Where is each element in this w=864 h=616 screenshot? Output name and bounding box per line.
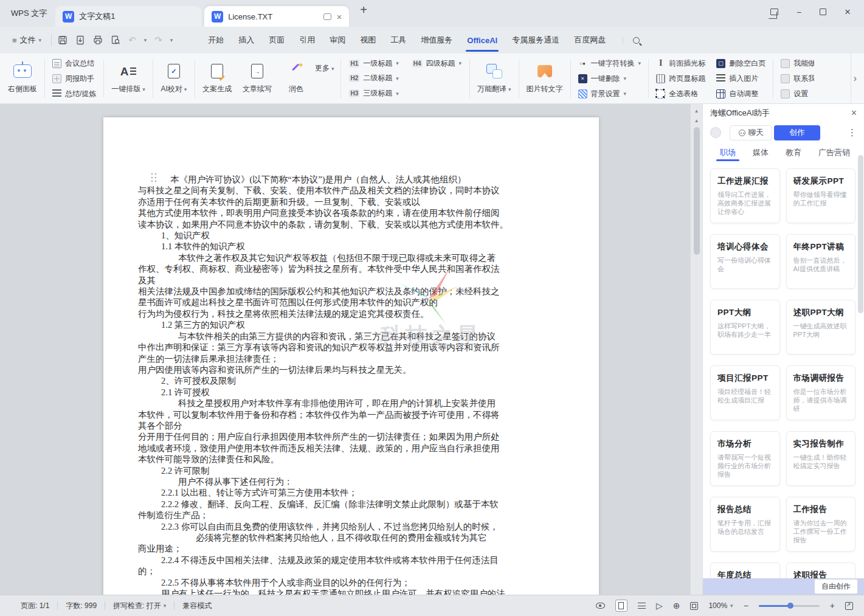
free-create-button[interactable]: 自由创作 bbox=[814, 579, 858, 594]
read-mode-icon[interactable]: ▷ bbox=[656, 601, 663, 610]
document-line[interactable]: 与本软件相关的由第三方提供的内容和资讯，第三方已在其和科技之星签订的协议 bbox=[138, 331, 575, 342]
ribbon-scroll-right-button[interactable]: › bbox=[851, 54, 862, 103]
document-line[interactable]: 其各个部分 bbox=[138, 420, 575, 431]
document-line[interactable]: 用户有上述任一行为的，科技之星有权无需通知立即终止用户许可，并有权追究用户的法 bbox=[138, 588, 575, 595]
maximize-button[interactable] bbox=[820, 9, 826, 15]
ribbon-button-自动调整[interactable]: 自动调整 bbox=[716, 89, 766, 99]
menu-item-增值服务[interactable]: 增值服务 bbox=[413, 27, 460, 54]
document-line[interactable]: 亦适用于任何有关本软件的后期更新和升级。一旦复制、下载、安装或以 bbox=[138, 196, 575, 207]
file-menu-button[interactable]: ≡ 文件 ▾ bbox=[9, 35, 45, 46]
document-line[interactable]: 产生的一切法律后果承担法律责任； bbox=[138, 353, 575, 364]
right-panel-button[interactable]: 右侧面板 bbox=[2, 54, 43, 103]
document-line[interactable]: 与科技之星之间有关复制、下载、安装、使用本软件产品及相关文档的法律协议，同时本协… bbox=[138, 185, 575, 196]
document-line[interactable]: 行为均为侵权行为，科技之星将依照相关法律法规的规定追究其侵权责任。 bbox=[138, 308, 575, 319]
undo-dropdown-icon[interactable]: ▾ bbox=[144, 37, 147, 43]
print-icon[interactable] bbox=[93, 35, 103, 45]
document-line[interactable]: 星书面许可或超出科技之星书面许可范围以任何形式使用本软件的知识产权的 bbox=[138, 297, 575, 308]
ribbon-button-背景设置[interactable]: 背景设置▾ bbox=[578, 89, 641, 99]
ai-proofread-button[interactable]: ✓ AI校对▾ bbox=[155, 54, 193, 103]
panel-scrollbar-thumb[interactable] bbox=[858, 155, 863, 313]
document-line[interactable]: 2.2.5 不得从事将本软件用于个人或非商业目的以外的任何行为； bbox=[138, 577, 575, 588]
continue-writing-button[interactable]: → 文章续写 bbox=[237, 54, 277, 103]
document-canvas[interactable]: 科技之星 本《用户许可协议》(以下简称“本协议”)是用户（自然人、法人或其他组织… bbox=[0, 104, 690, 595]
document-line[interactable]: 2、许可授权及限制 bbox=[138, 375, 575, 386]
menu-item-审阅[interactable]: 审阅 bbox=[322, 27, 353, 54]
tab-create[interactable]: 创作 bbox=[774, 125, 820, 140]
image-to-text-button[interactable]: 图片转文字 bbox=[521, 54, 569, 103]
scrollbar-thumb[interactable] bbox=[694, 127, 700, 255]
menu-item-视图[interactable]: 视图 bbox=[353, 27, 383, 54]
redo-icon[interactable]: ↷ bbox=[154, 35, 162, 46]
document-line[interactable]: 作权、专利权、商标权、商业秘密等）皆为科技之星所有。本软件受中华人民共和国著作权… bbox=[138, 263, 575, 274]
template-card-培训心得体会[interactable]: 培训心得体会写一份培训心得体会 bbox=[710, 234, 780, 289]
document-tab-license[interactable]: W License.TXT × bbox=[204, 6, 349, 27]
document-line[interactable]: 中作出声明和保证：第三方享有该等内容和资讯的知识产权等权益并对使用该等内容和资讯… bbox=[138, 342, 575, 353]
document-line[interactable]: 本《用户许可协议》(以下简称“本协议”)是用户（自然人、法人或其他组织） bbox=[138, 174, 575, 185]
document-tab-1[interactable]: W 文字文稿1 bbox=[55, 6, 201, 27]
ribbon-button-一键字符转换[interactable]: ○●一键字符转换▾ bbox=[578, 58, 641, 69]
more-button[interactable]: 更多▾ bbox=[315, 54, 339, 103]
ribbon-button-设置[interactable]: 设置 bbox=[781, 89, 809, 99]
document-line[interactable]: 商业用途； bbox=[138, 543, 575, 554]
panel-close-icon[interactable]: × bbox=[851, 108, 857, 119]
heading-style-H1[interactable]: H1一级标题▾ bbox=[349, 57, 398, 70]
menu-item-页面[interactable]: 页面 bbox=[261, 27, 292, 54]
menu-item-插入[interactable]: 插入 bbox=[231, 27, 261, 54]
category-tab-教育[interactable]: 教育 bbox=[777, 143, 810, 162]
ribbon-button-前面插光标[interactable]: I前面插光标 bbox=[656, 58, 705, 69]
heading-style-H4[interactable]: H4四级标题▾ bbox=[412, 57, 461, 70]
zoom-level[interactable]: 100%▾ bbox=[708, 601, 733, 610]
template-card-项目汇报PPT[interactable]: 项目汇报PPT项目经理福音！轻松生成项目汇报 bbox=[710, 365, 780, 420]
document-line[interactable]: 1.2 第三方的知识产权 bbox=[138, 319, 575, 330]
document-line[interactable]: 用户因使用该等内容和资讯所产生的一切法律后果均与科技之星无关。 bbox=[138, 364, 575, 375]
menu-item-OfficeAI[interactable]: OfficeAI bbox=[460, 27, 505, 54]
translate-button[interactable]: 万能翻译▾ bbox=[472, 54, 517, 103]
auto-format-button[interactable]: A 一键排版▾ bbox=[106, 54, 151, 103]
menu-item-工具[interactable]: 工具 bbox=[383, 27, 413, 54]
template-card-市场分析[interactable]: 市场分析请帮我写一个短视频行业的市场分析报告 bbox=[710, 431, 780, 486]
template-card-工作进展汇报[interactable]: 工作进展汇报领导问工作进展，高效商务汇报进展让你省心 bbox=[710, 168, 780, 223]
copy-generate-button[interactable]: 文案生成 bbox=[197, 54, 237, 103]
word-count[interactable]: 字数: 999 bbox=[66, 601, 97, 611]
web-view-icon[interactable]: ⊕ bbox=[673, 601, 680, 610]
zoom-in-button[interactable]: + bbox=[830, 601, 835, 610]
document-line[interactable]: 其他方式使用本软件，即表明用户同意接受本协议各项条款的约束，请在使用本软件前仔细… bbox=[138, 207, 575, 218]
eye-protection-icon[interactable] bbox=[596, 603, 605, 609]
ribbon-button-删除空白页[interactable]: ▢删除空白页 bbox=[716, 58, 766, 69]
document-line[interactable]: 2.2.3 你可以自由而且免费的使用该软件，并拷贝给别人，不过当您拷贝给别人的时… bbox=[138, 521, 575, 532]
scroll-page-up-icon[interactable]: ▴ bbox=[695, 117, 698, 123]
document-line[interactable]: 2.2.4 不得违反中国相关法律、法规及政策的规定使用本软件或将本软件用于任何违… bbox=[138, 555, 575, 566]
tab-close-icon[interactable]: × bbox=[336, 12, 342, 21]
document-line[interactable]: 及其 bbox=[138, 275, 575, 286]
template-card-工作报告[interactable]: 工作报告请为你过去一周的工作撰写一份工作报告 bbox=[786, 497, 856, 552]
document-text[interactable]: 本《用户许可协议》(以下简称“本协议”)是用户（自然人、法人或其他组织）与科技之… bbox=[138, 174, 575, 595]
zoom-out-button[interactable]: − bbox=[744, 601, 748, 610]
menu-item-开始[interactable]: 开始 bbox=[201, 27, 231, 54]
document-line[interactable]: 科技之星授权用户对本软件享有非排他使用许可，即在用户的计算机上安装并使用 bbox=[138, 398, 575, 409]
tab-chat[interactable]: 聊天 bbox=[730, 125, 772, 140]
document-line[interactable]: 2.2 许可限制 bbox=[138, 465, 575, 476]
ribbon-button-跨页显标题[interactable]: 跨页显标题 bbox=[656, 74, 705, 84]
fit-page-icon[interactable] bbox=[690, 602, 698, 610]
template-card-实习报告制作[interactable]: 实习报告制作一键生成！助你轻松搞定实习报告 bbox=[786, 431, 856, 486]
minimize-button[interactable]: − bbox=[797, 8, 801, 16]
close-window-button[interactable]: × bbox=[845, 7, 851, 17]
zoom-slider[interactable] bbox=[759, 605, 820, 607]
search-button[interactable] bbox=[623, 37, 640, 44]
document-page[interactable]: 科技之星 本《用户许可协议》(以下简称“本协议”)是用户（自然人、法人或其他组织… bbox=[103, 117, 599, 595]
ribbon-button-我能做[interactable]: 我能做 bbox=[781, 58, 809, 69]
document-line[interactable]: 2.2.2 修改、翻译、反向工程、反编译、反汇编（除非法律明文禁止此限制）或基于… bbox=[138, 499, 575, 510]
document-line[interactable]: 地域或者环境，致使用户使用本软件而违反相关法律、法规、政策的，用户应当自行承担使… bbox=[138, 443, 575, 454]
app-menu-button[interactable]: WPS 文字 bbox=[11, 8, 47, 19]
spellcheck-toggle[interactable]: 拼写检查: 打开▾ bbox=[113, 601, 166, 611]
page-view-icon[interactable] bbox=[615, 600, 627, 612]
document-line[interactable]: 用户不得从事下述任何行为： bbox=[138, 476, 575, 487]
print-preview-icon[interactable] bbox=[111, 35, 120, 45]
template-card-述职PPT大纲[interactable]: 述职PPT大纲一键生成高效述职PPT大纲 bbox=[786, 300, 856, 355]
save-icon[interactable] bbox=[58, 35, 67, 45]
document-line[interactable]: 1、知识产权 bbox=[138, 230, 575, 241]
document-line[interactable]: 1.1 本软件的知识产权 bbox=[138, 241, 575, 252]
undo-icon[interactable]: ↶ bbox=[128, 35, 136, 46]
document-line[interactable]: 本软件，可以复制本软件用于备份和存档；本软件仅作为单一产品而被授予许可使用，不得… bbox=[138, 409, 575, 420]
category-tab-职场[interactable]: 职场 bbox=[711, 143, 744, 162]
